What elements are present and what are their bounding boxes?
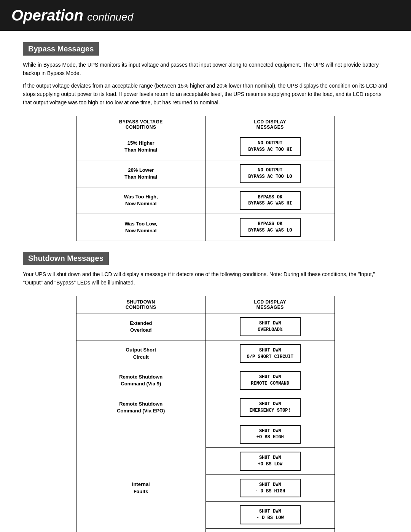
shutdown-lcd-line2: EMERGENCY STOP! [250,408,291,413]
bypass-condition-cell: 20% LowerThan Nominal [76,160,206,187]
bypass-section-title: Bypass Messages [23,42,99,56]
bypass-table-row: Was Too High,Now NominalBYPASS OKBYPASS … [76,187,335,214]
shutdown-lcd-box: SHUT DWN+O BS LOW [240,452,301,471]
header-sub-title: continued [87,11,133,23]
shutdown-cond-line2: Faults [134,489,148,494]
shutdown-lcd-cell: SHUT DWNOVERLOAD% [206,313,335,340]
bypass-lcd-line2: BYPASS AC WAS HI [248,201,292,206]
bypass-cond-line2: Now Nominal [125,228,156,233]
bypass-col1-header: BYPASS VOLTAGE CONDITIONS [76,116,206,133]
shutdown-lcd-line1: SHUT DWN [259,509,281,514]
shutdown-table: SHUTDOWN CONDITIONS LCD DISPLAY MESSAGES… [76,296,335,532]
shutdown-lcd-cell: SHUT DWN- D BS LOW [206,502,335,529]
shutdown-lcd-cell: SHUT DWNO/P SHORT CIRCUIT [206,340,335,367]
shutdown-section-title: Shutdown Messages [23,252,109,265]
shutdown-col1-h1: SHUTDOWN [79,299,203,305]
bypass-lcd-line2: BYPASS AC TOO LO [248,174,292,179]
bypass-col2-header: LCD DISPLAY MESSAGES [206,116,335,133]
shutdown-lcd-line1: SHUT DWN [259,374,281,380]
shutdown-table-container: SHUTDOWN CONDITIONS LCD DISPLAY MESSAGES… [76,296,335,532]
bypass-cond-line2: Now Nominal [125,201,156,206]
shutdown-lcd-line2: - D BS LOW [256,515,284,521]
bypass-cond-line2: Than Nominal [124,174,157,180]
shutdown-cond-line1: Remote Shutdown [119,374,162,380]
bypass-cond-line2: Than Nominal [124,147,157,153]
page-header: Operation continued [0,0,411,31]
bypass-cond-line1: Was Too High, [124,194,158,200]
shutdown-col1-header: SHUTDOWN CONDITIONS [76,296,206,313]
shutdown-cond-line1: Internal [132,481,150,487]
shutdown-lcd-cell: SHUT DWNREMOTE COMMAND [206,367,335,394]
bypass-col2-h2: MESSAGES [208,125,333,130]
shutdown-lcd-line1: SHUT DWN [259,428,281,434]
header-main-title: Operation [11,7,83,24]
bypass-lcd-line1: NO OUTPUT [258,141,282,146]
shutdown-table-row: Remote ShutdownCommand (Via EPO)SHUT DWN… [76,394,335,421]
shutdown-lcd-line2: O/P SHORT CIRCUIT [247,354,293,359]
shutdown-lcd-line2: - D BS HIGH [255,489,285,494]
bypass-lcd-line2: BYPASS AC TOO HI [248,147,292,152]
bypass-para1: While in Bypass Mode, the UPS monitors i… [23,61,388,77]
bypass-lcd-box: BYPASS OKBYPASS AC WAS HI [240,191,301,210]
bypass-lcd-cell: BYPASS OKBYPASS AC WAS HI [206,187,335,214]
shutdown-lcd-cell: SHUT DWNOVERTEMPERATURE [206,528,335,532]
shutdown-table-row: Output ShortCircuitSHUT DWNO/P SHORT CIR… [76,340,335,367]
bypass-para2: If the output voltage deviates from an a… [23,82,388,107]
shutdown-section: Shutdown Messages Your UPS will shut dow… [23,252,388,532]
shutdown-para1: Your UPS will shut down and the LCD will… [23,270,388,287]
shutdown-lcd-box: SHUT DWNEMERGENCY STOP! [240,398,301,417]
shutdown-lcd-box: SHUT DWN- D BS HIGH [240,479,301,498]
bypass-condition-cell: Was Too High,Now Nominal [76,187,206,214]
shutdown-lcd-cell: SHUT DWN+O BS HIGH [206,421,335,448]
bypass-table-row: Was Too Low,Now NominalBYPASS OKBYPASS A… [76,214,335,241]
bypass-lcd-line1: BYPASS OK [258,195,282,200]
shutdown-table-row: InternalFaultsSHUT DWN+O BS HIGH [76,421,335,448]
shutdown-lcd-line1: SHUT DWN [259,455,281,460]
shutdown-lcd-line1: SHUT DWN [259,401,281,407]
bypass-lcd-box: NO OUTPUTBYPASS AC TOO LO [240,164,301,183]
shutdown-condition-cell: Remote ShutdownCommand (Via EPO) [76,394,206,421]
shutdown-lcd-line1: SHUT DWN [259,348,281,353]
shutdown-lcd-line2: +O BS LOW [258,462,282,467]
bypass-lcd-box: NO OUTPUTBYPASS AC TOO HI [240,137,301,156]
shutdown-cond-line1: Remote Shutdown [119,401,162,407]
shutdown-col2-header: LCD DISPLAY MESSAGES [206,296,335,313]
bypass-lcd-line1: BYPASS OK [258,221,282,227]
shutdown-lcd-box: SHUT DWN- D BS LOW [240,505,301,524]
shutdown-lcd-box: SHUT DWN+O BS HIGH [240,425,301,444]
shutdown-condition-cell: Remote ShutdownCommand (Via 9) [76,367,206,394]
shutdown-lcd-box: SHUT DWNOVERLOAD% [240,317,301,336]
shutdown-lcd-cell: SHUT DWN- D BS HIGH [206,474,335,502]
shutdown-lcd-line2: +O BS HIGH [256,435,284,440]
bypass-section: Bypass Messages While in Bypass Mode, th… [23,42,388,241]
shutdown-col2-h1: LCD DISPLAY [208,299,333,305]
shutdown-cond-line2: Command (Via 9) [121,381,161,387]
shutdown-cond-line2: Circuit [133,354,149,360]
bypass-table-row: 20% LowerThan NominalNO OUTPUTBYPASS AC … [76,160,335,187]
bypass-condition-cell: 15% HigherThan Nominal [76,133,206,160]
bypass-cond-line1: Was Too Low, [125,221,157,227]
bypass-lcd-line1: NO OUTPUT [258,168,282,173]
shutdown-cond-line2: Overload [130,327,151,333]
shutdown-lcd-line1: SHUT DWN [259,321,281,326]
shutdown-table-row: Remote ShutdownCommand (Via 9)SHUT DWNRE… [76,367,335,394]
shutdown-lcd-box: SHUT DWNO/P SHORT CIRCUIT [240,344,301,363]
shutdown-cond-line1: Output Short [126,347,156,353]
page: Operation continued Bypass Messages Whil… [0,0,411,532]
shutdown-lcd-box: SHUT DWNREMOTE COMMAND [240,371,301,390]
bypass-col1-h2: CONDITIONS [79,125,203,130]
shutdown-condition-cell: InternalFaults [76,421,206,532]
shutdown-condition-cell: Output ShortCircuit [76,340,206,367]
bypass-lcd-cell: NO OUTPUTBYPASS AC TOO HI [206,133,335,160]
shutdown-lcd-line2: OVERLOAD% [258,327,282,332]
shutdown-lcd-line1: SHUT DWN [259,482,281,487]
shutdown-table-row: ExtendedOverloadSHUT DWNOVERLOAD% [76,313,335,340]
bypass-cond-line1: 20% Lower [128,167,154,173]
bypass-lcd-cell: BYPASS OKBYPASS AC WAS LO [206,214,335,241]
bypass-col2-h1: LCD DISPLAY [208,119,333,125]
bypass-condition-cell: Was Too Low,Now Nominal [76,214,206,241]
bypass-table-row: 15% HigherThan NominalNO OUTPUTBYPASS AC… [76,133,335,160]
shutdown-cond-line1: Extended [130,320,152,326]
bypass-cond-line1: 15% Higher [127,140,155,146]
bypass-lcd-cell: NO OUTPUTBYPASS AC TOO LO [206,160,335,187]
